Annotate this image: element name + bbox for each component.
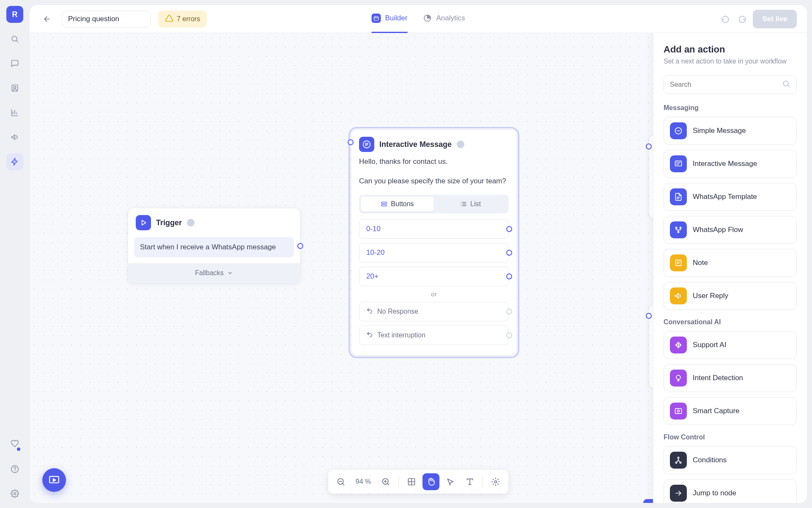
- jump-icon: [670, 485, 687, 502]
- left-rail: R: [0, 0, 30, 508]
- action-smart-capture[interactable]: Smart Capture: [664, 397, 797, 425]
- set-live-button[interactable]: Set live: [753, 10, 797, 28]
- nav-inbox[interactable]: [6, 55, 23, 72]
- nav-automation[interactable]: [6, 153, 23, 170]
- option-20-plus[interactable]: 20+: [359, 267, 509, 286]
- capture-icon: [670, 403, 687, 420]
- nav-broadcast[interactable]: [6, 129, 23, 146]
- or-divider: or: [359, 290, 509, 298]
- action-whatsapp-template[interactable]: WhatsApp Template: [664, 183, 797, 211]
- pan-tool-button[interactable]: [422, 473, 439, 490]
- action-simple-message[interactable]: Simple Message: [664, 117, 797, 145]
- trigger-title: Trigger: [156, 218, 182, 227]
- play-icon: [136, 215, 151, 230]
- intmsg-text-2: Can you please specify the size of your …: [359, 176, 509, 187]
- back-button[interactable]: [40, 12, 54, 26]
- preview-fab[interactable]: [42, 468, 66, 492]
- node-interactive-message[interactable]: Interactive Message Hello, thanks for co…: [351, 130, 517, 356]
- conditions-icon: [670, 452, 687, 469]
- action-interactive-message[interactable]: Interactive Message: [664, 150, 797, 178]
- reply-type-segment: Buttons List: [359, 195, 509, 213]
- flow-title-input[interactable]: [62, 11, 151, 28]
- settings-tool-button[interactable]: [487, 473, 504, 490]
- template-icon: [670, 188, 687, 205]
- action-search[interactable]: [664, 75, 797, 94]
- pnode1-in-port[interactable]: [646, 144, 652, 149]
- app-logo[interactable]: R: [6, 6, 23, 23]
- option-10-20[interactable]: 10-20: [359, 243, 509, 262]
- ai-icon: [670, 337, 687, 353]
- uturn-icon: [366, 307, 373, 316]
- svg-rect-17: [675, 161, 682, 166]
- analytics-icon: [422, 14, 432, 23]
- grid-toggle-button[interactable]: [403, 473, 420, 490]
- action-search-input[interactable]: [670, 81, 778, 88]
- svg-point-15: [783, 81, 788, 86]
- nav-health[interactable]: [6, 436, 23, 453]
- errors-badge[interactable]: 7 errors: [158, 11, 207, 28]
- action-note[interactable]: Note: [664, 249, 797, 277]
- canvas-toolbar: 94 %: [328, 470, 508, 494]
- svg-point-0: [12, 36, 17, 41]
- info-icon[interactable]: [457, 141, 464, 148]
- info-icon[interactable]: [187, 219, 195, 226]
- panel-title: Add an action: [664, 44, 797, 55]
- port-opt-3[interactable]: [506, 273, 512, 279]
- nav-settings[interactable]: [6, 485, 23, 502]
- port-text-interruption[interactable]: [506, 332, 512, 338]
- node-trigger[interactable]: Trigger Start when I receive a WhatsApp …: [128, 208, 300, 283]
- option-0-10[interactable]: 0-10: [359, 219, 509, 239]
- svg-rect-23: [675, 409, 682, 414]
- segment-buttons[interactable]: Buttons: [361, 196, 434, 212]
- panel-subtitle: Set a next action to take in your workfl…: [664, 58, 797, 65]
- group-flow-control: Flow Control: [664, 433, 797, 441]
- chat-icon: [359, 137, 374, 152]
- intmsg-in-port[interactable]: [348, 139, 354, 145]
- search-icon: [782, 80, 790, 90]
- svg-point-22: [676, 375, 680, 379]
- errors-text: 7 errors: [177, 15, 200, 23]
- action-user-reply[interactable]: User Reply: [664, 282, 797, 310]
- interactive-icon: [670, 155, 687, 172]
- redo-button[interactable]: [736, 13, 749, 25]
- fallback-text-interruption[interactable]: Text interruption: [359, 326, 509, 345]
- zoom-out-button[interactable]: [332, 473, 349, 490]
- text-tool-button[interactable]: [461, 473, 478, 490]
- tab-analytics-label: Analytics: [436, 14, 465, 22]
- intmsg-text-1: Hello, thanks for contact us.: [359, 156, 509, 167]
- trigger-out-port[interactable]: [297, 243, 303, 249]
- svg-point-4: [14, 493, 16, 495]
- nav-contacts[interactable]: [6, 80, 23, 97]
- note-icon: [670, 254, 687, 271]
- select-tool-button[interactable]: [442, 473, 459, 490]
- warning-icon: [165, 14, 173, 24]
- svg-rect-8: [381, 202, 387, 203]
- zoom-in-button[interactable]: [377, 473, 394, 490]
- action-conditions[interactable]: Conditions: [664, 446, 797, 474]
- nav-analytics[interactable]: [6, 104, 23, 121]
- nav-search[interactable]: [6, 30, 23, 47]
- nav-help[interactable]: [6, 461, 23, 478]
- undo-button[interactable]: [719, 13, 732, 25]
- action-support-ai[interactable]: Support AI: [664, 331, 797, 359]
- port-no-response[interactable]: [506, 309, 512, 315]
- uturn-icon: [366, 331, 373, 340]
- action-intent-detection[interactable]: Intent Detection: [664, 364, 797, 392]
- trigger-condition[interactable]: Start when I receive a WhatsApp message: [134, 237, 294, 257]
- flow-icon: [670, 221, 687, 238]
- action-whatsapp-flow[interactable]: WhatsApp Flow: [664, 216, 797, 244]
- canvas[interactable]: Trigger Start when I receive a WhatsApp …: [30, 33, 807, 503]
- pnode2-in-port[interactable]: [646, 313, 652, 319]
- svg-point-24: [678, 410, 680, 412]
- tab-builder[interactable]: Builder: [372, 5, 408, 33]
- tab-analytics[interactable]: Analytics: [422, 5, 465, 33]
- action-jump-to-node[interactable]: Jump to node: [664, 479, 797, 503]
- trigger-fallbacks[interactable]: Fallbacks: [128, 263, 300, 283]
- svg-rect-9: [381, 204, 387, 206]
- builder-icon: [372, 14, 381, 23]
- port-opt-2[interactable]: [506, 250, 512, 256]
- port-opt-1[interactable]: [506, 226, 512, 232]
- svg-point-13: [495, 481, 497, 483]
- fallback-no-response[interactable]: No Response: [359, 302, 509, 321]
- segment-list[interactable]: List: [434, 196, 507, 212]
